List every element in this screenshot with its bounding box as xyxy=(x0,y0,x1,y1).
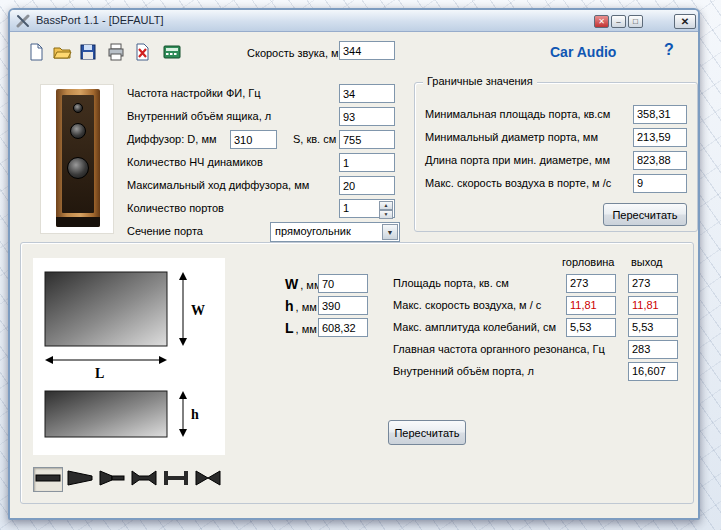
diffuser-area-label: S, кв. см xyxy=(293,133,336,146)
straight-port-icon[interactable] xyxy=(33,467,63,492)
length-dim-label: L, мм xyxy=(285,320,317,336)
max-air-speed-exit-value: 11,81 xyxy=(628,296,678,315)
port-section-select[interactable]: прямоугольник ▼ xyxy=(270,222,400,242)
port-diagram: W L h xyxy=(33,258,225,455)
height-dim-label: h, мм xyxy=(285,298,317,314)
recalculate-port-button[interactable]: Пересчитать xyxy=(388,420,466,445)
port-side-view xyxy=(45,391,167,437)
tuning-frequency-input[interactable] xyxy=(339,84,395,103)
port-area-label: Площадь порта, кв. см xyxy=(393,277,509,290)
port-area-throat-value: 273 xyxy=(566,274,616,293)
app-icon xyxy=(16,14,30,28)
max-amplitude-throat-value: 5,53 xyxy=(566,318,616,337)
child-close-button[interactable]: ✕ xyxy=(594,15,609,28)
window-title: BassPort 1.1 - [DEFAULT] xyxy=(36,14,164,26)
port-volume-label: Внутренний объём порта, л xyxy=(393,365,534,378)
woofer-count-input[interactable] xyxy=(339,153,395,172)
tuning-frequency-label: Частота настройки ФИ, Гц xyxy=(127,87,261,100)
box-volume-label: Внутренний объём ящика, л xyxy=(127,110,271,123)
recalculate-limits-button[interactable]: Пересчитать xyxy=(603,203,687,226)
port-length-input[interactable] xyxy=(318,318,368,337)
titlebar[interactable]: BassPort 1.1 - [DEFAULT] ✕ – □ ✕ xyxy=(10,10,698,32)
max-amplitude-label: Макс. амплитуда колебаний, см xyxy=(393,321,556,334)
port-width-input[interactable] xyxy=(318,274,368,293)
exit-column-header: выход xyxy=(631,256,662,268)
port-count-label: Количество портов xyxy=(127,202,224,215)
help-button[interactable]: ? xyxy=(664,41,674,59)
delete-icon[interactable] xyxy=(130,40,152,62)
double-horn-port-icon[interactable] xyxy=(193,467,223,492)
throat-column-header: горловина xyxy=(562,256,614,268)
diffuser-diameter-label: Диффузор: D, мм xyxy=(127,133,217,146)
limits-title: Граничные значения xyxy=(423,75,537,87)
port-height-input[interactable] xyxy=(318,296,368,315)
speed-of-sound-input[interactable] xyxy=(339,41,395,60)
save-icon[interactable] xyxy=(76,40,98,62)
max-air-speed-throat-value: 11,81 xyxy=(566,296,616,315)
port-length-value: 823,88 xyxy=(633,151,687,170)
speaker-front-panel xyxy=(62,95,94,213)
max-excursion-input[interactable] xyxy=(339,176,395,195)
diffuser-area-input[interactable] xyxy=(339,130,395,149)
port-panel: W L h W, мм h, мм L, мм горл xyxy=(20,242,694,504)
minimize-button[interactable]: – xyxy=(611,15,626,28)
spinner-up-button[interactable]: ▲ xyxy=(379,201,393,210)
box-volume-input[interactable] xyxy=(339,107,395,126)
horn-port-icon[interactable] xyxy=(97,467,127,492)
port-length-label: Длина порта при мин. диаметре, мм xyxy=(425,154,610,167)
min-port-area-value: 358,31 xyxy=(633,105,687,124)
organ-resonance-value: 283 xyxy=(628,340,678,359)
min-port-area-label: Минимальная площадь порта, кв.см xyxy=(425,108,610,121)
brand-link[interactable]: Car Audio xyxy=(550,44,616,60)
tweeter-driver xyxy=(73,103,83,113)
dim-h-label: h xyxy=(191,407,199,422)
port-area-exit-value: 273 xyxy=(628,274,678,293)
flanged-port-icon[interactable] xyxy=(161,467,191,492)
close-button[interactable]: ✕ xyxy=(674,14,696,29)
port-section-value: прямоугольник xyxy=(275,225,351,237)
max-air-speed-limit-label: Макс. скорость воздуха в порте, м /с xyxy=(425,177,611,190)
width-dim-label: W, мм xyxy=(285,276,321,292)
speed-of-sound-label: Скорость звука, м /с xyxy=(247,47,350,60)
double-flared-port-icon[interactable] xyxy=(129,467,159,492)
print-icon[interactable] xyxy=(104,40,126,62)
port-section-label: Сечение порта xyxy=(127,225,203,238)
limits-groupbox: Граничные значения Минимальная площадь п… xyxy=(414,82,698,232)
diffuser-diameter-input[interactable] xyxy=(230,130,277,149)
chevron-down-icon[interactable]: ▼ xyxy=(382,224,398,240)
woofer-count-label: Количество НЧ динамиков xyxy=(127,156,263,169)
min-port-diameter-value: 213,59 xyxy=(633,128,687,147)
speaker-image xyxy=(40,84,114,234)
open-file-icon[interactable] xyxy=(50,40,72,62)
maximize-button[interactable]: □ xyxy=(628,15,643,28)
max-air-speed-label: Макс. скорость воздуха, м / с xyxy=(393,299,541,312)
port-count-stepper[interactable]: 1 ▲ ▼ xyxy=(339,199,395,218)
max-air-speed-limit-value: 9 xyxy=(633,174,687,193)
max-amplitude-exit-value: 5,53 xyxy=(628,318,678,337)
dim-l-label: L xyxy=(95,366,104,381)
organ-resonance-label: Главная частота органного резонанса, Гц xyxy=(393,343,605,356)
woofer-driver xyxy=(67,157,89,179)
port-volume-value: 16,607 xyxy=(628,362,678,381)
bassport-window: BassPort 1.1 - [DEFAULT] ✕ – □ ✕ Скорост… xyxy=(8,8,700,520)
calculator-icon[interactable] xyxy=(160,40,182,62)
mid-driver xyxy=(70,123,86,139)
dim-w-label: W xyxy=(191,303,205,318)
spinner-down-button[interactable]: ▼ xyxy=(379,210,393,219)
min-port-diameter-label: Минимальный диаметр порта, мм xyxy=(425,131,598,144)
port-count-value: 1 xyxy=(343,202,349,214)
max-excursion-label: Максимальный ход диффузора, мм xyxy=(127,179,309,192)
port-top-view xyxy=(45,272,167,346)
speaker-cabinet xyxy=(56,89,100,227)
new-file-icon[interactable] xyxy=(24,40,46,62)
speaker-base xyxy=(56,217,100,227)
conical-port-icon[interactable] xyxy=(65,467,95,492)
